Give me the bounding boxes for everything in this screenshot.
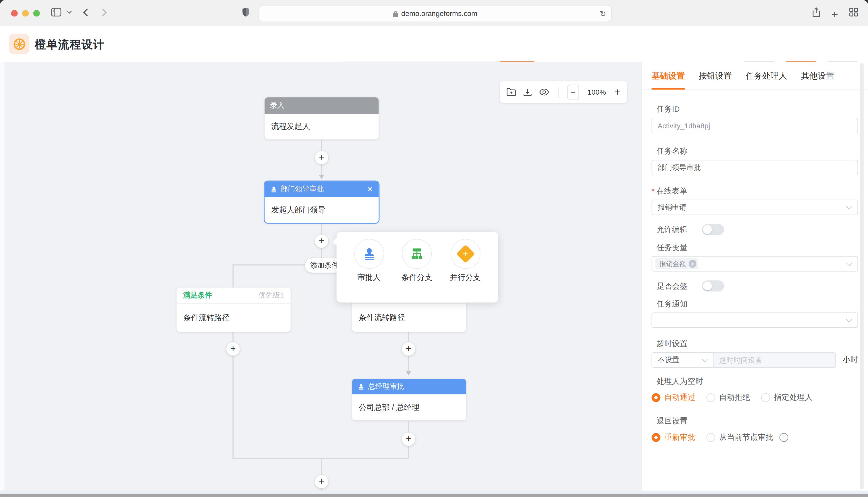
branch-tree-icon: [410, 247, 424, 261]
merge-line: [233, 458, 409, 459]
connector-line: [233, 355, 234, 459]
dept-approval-node[interactable]: 部门领导审批 ✕ 发起人部门领导: [265, 182, 379, 223]
start-node-body: 流程发起人: [265, 114, 379, 140]
chevron-down-icon: [702, 356, 708, 362]
download-icon[interactable]: [523, 88, 532, 96]
countersign-toggle[interactable]: [702, 281, 724, 292]
delete-node-icon[interactable]: ✕: [367, 186, 373, 193]
task-variable-select[interactable]: 报销金额 ✕: [651, 256, 858, 271]
timeout-value-input[interactable]: [714, 352, 836, 368]
shield-icon[interactable]: [242, 7, 250, 17]
settings-panel: 基础设置 按钮设置 任务处理人 其他设置 任务ID 任务名称 * 在线表单 报销…: [641, 62, 868, 491]
popup-item-approver[interactable]: 审批人: [354, 239, 384, 303]
radio-auto-reject[interactable]: 自动拒绝: [706, 393, 750, 403]
connector-line: [233, 331, 234, 342]
empty-assignee-label: 处理人为空时: [657, 375, 858, 387]
connector-line: [321, 248, 322, 259]
allow-edit-label: 允许编辑: [657, 224, 687, 235]
forward-button[interactable]: [102, 8, 107, 16]
connector-line: [321, 164, 322, 175]
add-node-button[interactable]: +: [315, 151, 328, 164]
approver-stamp-icon: [362, 247, 376, 261]
task-notice-select[interactable]: [651, 312, 858, 328]
arrowhead: [406, 371, 411, 375]
condition-tag: 满足条件: [183, 290, 212, 300]
connector-line: [408, 446, 409, 459]
sidebar-icon[interactable]: [51, 8, 61, 16]
back-button[interactable]: [83, 8, 88, 16]
tab-other-settings[interactable]: 其他设置: [801, 62, 834, 89]
remove-tag-icon[interactable]: ✕: [689, 260, 697, 268]
app-header: 橙单流程设计 基础信息 流程变量 流程状态 流程设计 切换 保存 返回: [0, 26, 868, 63]
connector-line: [233, 265, 234, 288]
preview-eye-icon[interactable]: [539, 88, 549, 96]
radio-auto-approve[interactable]: 自动通过: [651, 393, 695, 403]
online-form-select[interactable]: 报销申请: [651, 200, 858, 215]
parallel-diamond-icon: +: [456, 244, 475, 263]
close-window-button[interactable]: [11, 10, 18, 17]
reload-icon[interactable]: ↻: [600, 9, 606, 18]
panel-tabs: 基础设置 按钮设置 任务处理人 其他设置: [642, 62, 868, 90]
popup-item-condition-branch[interactable]: 条件分支: [401, 239, 432, 303]
window-bottom-edge: [0, 494, 868, 497]
chevron-down-icon: [846, 316, 852, 323]
connector-line: [408, 355, 409, 371]
open-file-icon[interactable]: [507, 88, 516, 96]
radio-current-node-approval[interactable]: 从当前节点审批!: [706, 432, 788, 443]
task-name-input[interactable]: [651, 160, 858, 175]
allow-edit-toggle[interactable]: [702, 224, 724, 235]
lock-icon: [393, 10, 398, 17]
info-icon: !: [780, 433, 788, 442]
variable-tag: 报销金额 ✕: [656, 258, 698, 269]
share-icon[interactable]: [812, 7, 820, 17]
chevron-down-icon: [846, 260, 852, 266]
gm-node-title: 总经理审批: [368, 382, 404, 392]
zoom-in-button[interactable]: +: [614, 86, 621, 98]
chevron-down-icon[interactable]: [66, 11, 72, 14]
task-id-label: 任务ID: [657, 103, 858, 114]
page-title: 橙单流程设计: [35, 37, 105, 52]
minimize-window-button[interactable]: [22, 10, 29, 17]
priority-label: 优先级1: [258, 290, 284, 300]
connector-line: [408, 421, 409, 432]
browser-window: demo.orangeforms.com ↻ + 橙单流程设计 基础信息 流程变…: [0, 0, 868, 497]
gm-approval-node[interactable]: 总经理审批 公司总部 / 总经理: [352, 379, 466, 421]
radio-restart-approval[interactable]: 重新审批: [651, 432, 695, 443]
add-node-button[interactable]: +: [315, 475, 328, 488]
fullscreen-window-button[interactable]: [33, 10, 40, 17]
required-mark: *: [651, 185, 655, 196]
radio-assign-handler[interactable]: 指定处理人: [761, 393, 813, 403]
timeout-label: 超时设置: [657, 338, 858, 349]
stamp-icon: [270, 186, 277, 193]
tab-button-settings[interactable]: 按钮设置: [699, 62, 732, 89]
connector-line: [321, 223, 322, 235]
new-tab-button[interactable]: +: [831, 8, 838, 21]
toolbar-divider: [558, 87, 559, 98]
add-node-button[interactable]: +: [402, 342, 415, 355]
tab-basic-settings[interactable]: 基础设置: [651, 62, 685, 89]
dept-node-title: 部门领导审批: [281, 184, 324, 194]
add-node-button[interactable]: +: [226, 342, 239, 355]
stamp-icon: [358, 383, 365, 390]
tab-overview-icon[interactable]: [849, 8, 858, 16]
zoom-level: 100%: [586, 88, 607, 96]
task-notice-label: 任务通知: [657, 298, 858, 309]
popup-item-parallel-branch[interactable]: + 并行分支: [450, 239, 481, 303]
chevron-down-icon: [846, 203, 852, 210]
tab-task-assignee[interactable]: 任务处理人: [746, 62, 787, 89]
condition-node-body: 条件流转路径: [177, 304, 291, 332]
start-node[interactable]: 录入 流程发起人: [265, 97, 379, 140]
gm-node-body: 公司总部 / 总经理: [352, 394, 466, 421]
panel-scrollbar[interactable]: [860, 63, 864, 489]
task-id-input[interactable]: [651, 118, 858, 133]
countersign-label: 是否会签: [657, 281, 687, 292]
bottom-strip: [0, 491, 868, 494]
add-node-button[interactable]: +: [402, 432, 415, 446]
condition-node-left[interactable]: 满足条件 优先级1 条件流转路径: [177, 288, 291, 332]
add-node-button[interactable]: +: [315, 235, 328, 248]
timeout-mode-select[interactable]: 不设置: [651, 352, 714, 368]
node-type-popup: 审批人 条件分支 + 并行分支: [336, 232, 498, 303]
address-bar[interactable]: demo.orangeforms.com ↻: [259, 5, 612, 22]
zoom-out-button[interactable]: −: [567, 84, 579, 100]
arrowhead: [319, 175, 324, 179]
